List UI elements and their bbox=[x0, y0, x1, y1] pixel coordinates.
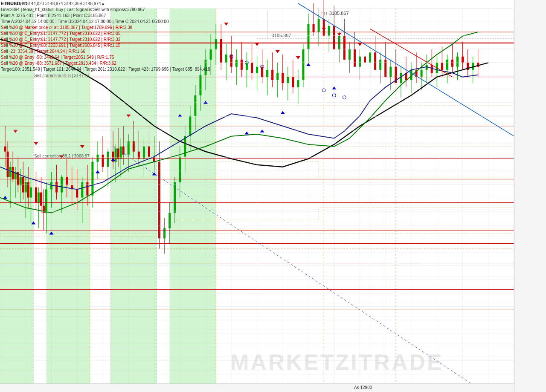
price-axis bbox=[514, 0, 546, 392]
as-label: As 12900 bbox=[354, 385, 372, 390]
time-axis bbox=[0, 383, 514, 392]
chart-container: ETHUSD,H1 3144,020 3148,974 3142,369 314… bbox=[0, 0, 546, 392]
chart-canvas bbox=[0, 0, 546, 392]
